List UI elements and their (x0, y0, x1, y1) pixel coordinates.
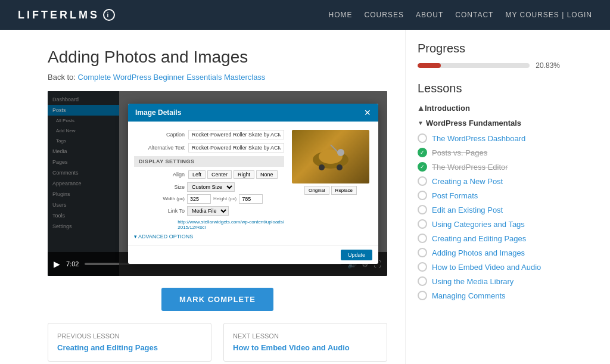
lesson-link-editor[interactable]: The WordPress Editor (432, 163, 508, 172)
lesson-link-editing-pages[interactable]: Creating and Editing Pages (432, 234, 526, 243)
wp-main-content: Image Details ✕ Caption (119, 91, 387, 276)
lesson-item-current: Adding Photos and Images (418, 245, 560, 260)
lesson-item: ✓ Posts vs. Pages (418, 145, 560, 160)
lesson-status-icon-9 (418, 262, 427, 272)
lesson-link-edit-post[interactable]: Edit an Existing Post (432, 206, 503, 214)
replace-btn[interactable]: Replace (331, 186, 357, 195)
caption-input[interactable] (188, 130, 284, 139)
nav-contact[interactable]: CONTACT (455, 11, 493, 19)
align-label: Align (134, 172, 185, 178)
content-area: Adding Photos and Images Back to: Comple… (0, 30, 405, 364)
lesson-item: Managing Comments (418, 288, 560, 303)
lessons-section: Lessons ▶ Introduction ▼ WordPress Funda… (418, 82, 560, 303)
lesson-status-icon-4 (418, 191, 427, 200)
lesson-link-comments[interactable]: Managing Comments (432, 291, 506, 300)
align-center-btn[interactable]: Center (207, 170, 232, 179)
original-btn[interactable]: Original (304, 186, 329, 195)
dimensions-row: Width (px) Height (px) (134, 194, 284, 204)
url-row: http://www.stellarwidgets.com/wp-content… (134, 219, 284, 230)
url-value: http://www.stellarwidgets.com/wp-content… (178, 219, 284, 230)
lesson-status-icon-3 (418, 176, 427, 186)
align-left-btn[interactable]: Left (188, 170, 206, 179)
lesson-item: Creating and Editing Pages (418, 231, 560, 245)
lesson-list: The WordPress Dashboard ✓ Posts vs. Page… (418, 131, 560, 303)
section-introduction-label: Introduction (425, 104, 470, 113)
size-row: Size Custom Size (134, 182, 284, 192)
sidebar: Progress 20.83% Lessons ▶ Introduction (405, 30, 572, 364)
breadcrumb: Back to: Complete WordPress Beginner Ess… (48, 73, 387, 82)
lesson-link-dashboard[interactable]: The WordPress Dashboard (432, 134, 525, 143)
play-pause-button[interactable]: ▶ (54, 259, 60, 269)
lesson-link-photos[interactable]: Adding Photos and Images (432, 248, 525, 257)
lesson-status-icon-11 (418, 291, 427, 300)
update-button[interactable]: Update (341, 250, 372, 260)
lesson-item: How to Embed Video and Audio (418, 260, 560, 274)
next-lesson-title[interactable]: How to Embed Video and Audio (233, 343, 378, 352)
nav-about[interactable]: ABOUT (416, 11, 443, 19)
section-wp-fundamentals: ▼ WordPress Fundamentals The WordPress D… (418, 119, 560, 303)
lesson-link-media[interactable]: Using the Media Library (432, 277, 513, 286)
next-lesson-label: Next Lesson (233, 332, 378, 340)
modal-header: Image Details ✕ (128, 104, 378, 122)
section-introduction-toggle[interactable]: ▶ Introduction (418, 104, 560, 113)
width-input[interactable] (187, 194, 211, 204)
lesson-link-new-post[interactable]: Creating a New Post (432, 177, 503, 186)
nav-home[interactable]: HOME (329, 11, 353, 19)
size-label: Size (134, 184, 185, 190)
prev-lesson-card: Previous Lesson Creating and Editing Pag… (48, 323, 211, 362)
lesson-item: Edit an Existing Post (418, 203, 560, 217)
height-label: Height (px) (213, 196, 236, 201)
lesson-status-icon-completed-2: ✓ (418, 162, 427, 172)
height-input[interactable] (239, 194, 263, 204)
section-wp-fundamentals-toggle[interactable]: ▼ WordPress Fundamentals (418, 119, 560, 127)
nav-my-courses[interactable]: MY COURSES | LOGIN (505, 11, 592, 19)
align-row: Align Left Center Right None (134, 170, 284, 179)
lesson-status-icon-10 (418, 276, 427, 286)
align-none-btn[interactable]: None (256, 170, 278, 179)
width-label: Width (px) (134, 196, 185, 201)
link-to-row: Link To Media File (134, 206, 284, 216)
lesson-link-posts-pages[interactable]: Posts vs. Pages (432, 148, 487, 157)
logo-icon: i (103, 9, 115, 21)
lesson-link-embed[interactable]: How to Embed Video and Audio (432, 263, 541, 272)
alt-text-input[interactable] (188, 143, 284, 153)
lesson-link-post-formats[interactable]: Post Formats (432, 191, 478, 200)
mark-complete-button[interactable]: MARK COMPLETE (161, 288, 273, 311)
logo-text: LIFTERLMS (18, 9, 99, 21)
site-header: LIFTERLMS i HOME COURSES ABOUT CONTACT M… (0, 0, 610, 30)
modal-close-button[interactable]: ✕ (364, 108, 371, 117)
prev-lesson-title[interactable]: Creating and Editing Pages (57, 343, 202, 352)
video-screenshot: Dashboard Posts All Posts Add New Tags M… (48, 91, 387, 276)
caption-label: Caption (134, 132, 185, 138)
modal-body: Caption Alternative Text DISPLAY S (128, 122, 378, 245)
align-buttons-group: Left Center Right None (188, 170, 278, 179)
advanced-options-toggle[interactable]: ▾ ADVANCED OPTIONS (134, 234, 284, 239)
prev-lesson-label: Previous Lesson (57, 332, 202, 340)
lesson-status-icon-current (418, 248, 427, 257)
modal-content-area: Caption Alternative Text DISPLAY S (134, 130, 372, 239)
align-right-btn[interactable]: Right (234, 170, 254, 179)
arrow-icon: ▶ (417, 106, 424, 111)
modal-left-panel: Caption Alternative Text DISPLAY S (134, 130, 284, 239)
video-container: Dashboard Posts All Posts Add New Tags M… (48, 91, 387, 276)
lesson-link-categories[interactable]: Using Categories and Tags (432, 220, 525, 229)
image-action-buttons: Original Replace (304, 186, 357, 195)
link-to-select[interactable]: Media File (187, 206, 229, 216)
breadcrumb-link[interactable]: Complete WordPress Beginner Essentials M… (78, 73, 266, 82)
modal-overlay: Image Details ✕ Caption (119, 91, 387, 276)
main-layout: Adding Photos and Images Back to: Comple… (0, 30, 610, 364)
lesson-status-icon-7 (418, 234, 427, 243)
progress-fill (418, 63, 441, 68)
progress-bar-track (418, 63, 530, 68)
progress-bar-container: 20.83% (418, 61, 560, 70)
lesson-item: Post Formats (418, 188, 560, 203)
link-to-label: Link To (134, 208, 185, 214)
size-select[interactable]: Custom Size (187, 182, 235, 192)
nav-courses[interactable]: COURSES (365, 11, 404, 19)
section-wp-fundamentals-label: WordPress Fundamentals (426, 119, 521, 127)
lesson-item: ✓ The WordPress Editor (418, 160, 560, 174)
lesson-item: Creating a New Post (418, 174, 560, 188)
lesson-item: Using the Media Library (418, 274, 560, 288)
modal-title: Image Details (135, 108, 181, 117)
image-details-modal: Image Details ✕ Caption (128, 104, 378, 264)
